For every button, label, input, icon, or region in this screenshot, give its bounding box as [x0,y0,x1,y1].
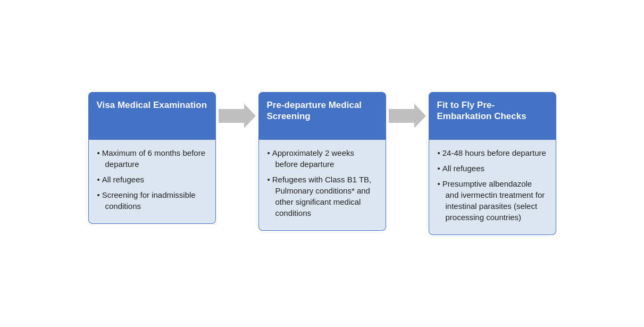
step-group-pre-departure: Pre-departure Medical Screening Approxim… [258,92,386,231]
step-header-pre-departure: Pre-departure Medical Screening [258,92,386,140]
bullet-item: All refugees [438,163,547,174]
step-body-pre-departure: Approximately 2 weeks before departure R… [258,140,386,231]
svg-marker-0 [219,104,256,128]
step-body-fit-to-fly: 24-48 hours before departure All refugee… [429,140,556,235]
bullet-item: Refugees with Class B1 TB, Pulmonary con… [267,174,377,219]
step-bullets-fit-to-fly: 24-48 hours before departure All refugee… [438,147,547,223]
step-group-visa-medical: Visa Medical Examination Maximum of 6 mo… [88,92,216,224]
svg-marker-1 [389,104,426,128]
step-body-visa-medical: Maximum of 6 months before departure All… [88,140,216,224]
arrow-1-icon [219,104,256,128]
bullet-item: 24-48 hours before departure [438,147,547,158]
bullet-item: Presumptive albendazole and ivermectin t… [438,178,547,223]
arrow-2-container [386,92,429,128]
step-header-visa-medical: Visa Medical Examination [88,92,216,140]
arrow-2-icon [389,104,426,128]
arrow-1-container [216,92,258,128]
step-bullets-pre-departure: Approximately 2 weeks before departure R… [267,147,377,219]
step-group-fit-to-fly: Fit to Fly Pre-Embarkation Checks 24-48 … [429,92,556,235]
bullet-item: Maximum of 6 months before departure [97,147,207,170]
diagram-container: Visa Medical Examination Maximum of 6 mo… [0,76,644,251]
step-header-fit-to-fly: Fit to Fly Pre-Embarkation Checks [429,92,556,140]
bullet-item: All refugees [97,174,207,185]
bullet-item: Screening for inadmissible conditions [97,189,207,212]
step-bullets-visa-medical: Maximum of 6 months before departure All… [97,147,207,212]
bullet-item: Approximately 2 weeks before departure [267,147,377,170]
